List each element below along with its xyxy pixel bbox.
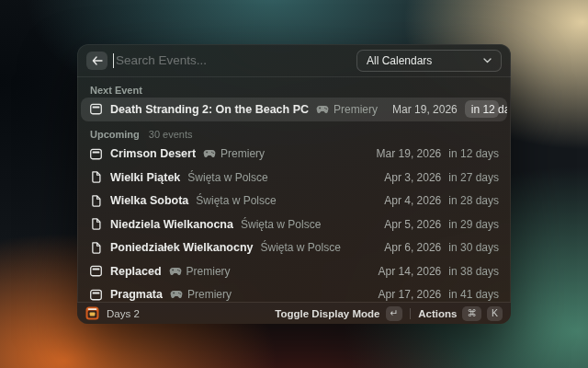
event-title: Death Stranding 2: On the Beach PC (110, 103, 309, 116)
section-header-next-event: Next Event (81, 82, 507, 98)
events-window: All Calendars Next Event Death Stranding… (77, 44, 511, 324)
enter-key-badge: ↵ (386, 306, 403, 321)
event-row[interactable]: Poniedziałek Wielkanocny Święta w Polsce… (81, 236, 507, 260)
event-row[interactable]: Crimson Desert Premiery Mar 19, 2026 in … (81, 143, 507, 167)
event-title: Replaced (110, 265, 162, 278)
event-title: Poniedziałek Wielkanocny (110, 241, 254, 254)
extension-title: Days 2 (107, 308, 140, 319)
document-icon (89, 241, 103, 255)
event-relative-days: in 12 days (465, 100, 499, 118)
cmd-key-badge: ⌘ (462, 306, 481, 321)
gamepad-icon (169, 267, 182, 276)
event-relative-days: in 30 days (448, 241, 499, 254)
event-date: Apr 14, 2026 (379, 265, 442, 278)
document-icon (89, 170, 103, 184)
calendar-icon (89, 102, 103, 116)
next-event-rows: Death Stranding 2: On the Beach PC Premi… (81, 98, 507, 121)
k-key-badge: K (487, 306, 503, 321)
calendar-icon (89, 288, 103, 302)
footer-bar: Days 2 Toggle Display Mode ↵ Actions ⌘ K (77, 302, 511, 324)
event-title: Wielki Piątek (110, 171, 180, 184)
event-relative-days: in 41 days (448, 288, 499, 301)
section-title: Upcoming (90, 129, 140, 140)
days-app-icon (85, 306, 99, 320)
toggle-display-mode-button[interactable]: Toggle Display Mode ↵ (275, 306, 402, 321)
event-tag: Święta w Polsce (261, 241, 341, 254)
arrow-left-icon (92, 56, 103, 65)
event-relative-days: in 27 days (448, 171, 499, 184)
search-input[interactable] (114, 53, 356, 67)
event-relative-days: in 28 days (448, 194, 499, 207)
event-row[interactable]: Death Stranding 2: On the Beach PC Premi… (81, 98, 507, 121)
gamepad-icon (316, 105, 329, 114)
event-title: Wielka Sobota (110, 194, 188, 207)
back-button[interactable] (86, 52, 107, 70)
event-row[interactable]: Wielki Piątek Święta w Polsce Apr 3, 202… (81, 166, 507, 190)
event-tag: Święta w Polsce (187, 171, 267, 184)
event-row[interactable]: Replaced Premiery Apr 14, 2026 in 38 day… (81, 259, 507, 283)
event-date: Mar 19, 2026 (392, 103, 458, 116)
document-icon (89, 194, 103, 208)
actions-button[interactable]: Actions ⌘ K (418, 306, 503, 321)
section-header-upcoming: Upcoming 30 events (81, 127, 507, 143)
footer-divider (410, 308, 411, 319)
chevron-down-icon (483, 58, 492, 63)
event-relative-days: in 29 days (448, 218, 499, 231)
event-tag: Święta w Polsce (241, 218, 321, 231)
event-date: Apr 17, 2026 (379, 288, 442, 301)
event-date: Apr 5, 2026 (384, 218, 441, 231)
event-tag: Premiery (169, 265, 231, 278)
event-relative-days: in 38 days (448, 265, 499, 278)
event-tag: Premiery (203, 147, 265, 160)
event-tag: Premiery (316, 103, 378, 116)
event-title: Pragmata (110, 288, 163, 301)
desktop-wallpaper: { "search": { "placeholder": "Search Eve… (0, 0, 588, 368)
section-title: Next Event (90, 85, 142, 96)
event-title: Niedziela Wielkanocna (110, 218, 233, 231)
event-row[interactable]: Niedziela Wielkanocna Święta w Polsce Ap… (81, 213, 507, 236)
event-tag: Premiery (170, 288, 232, 301)
event-date: Apr 3, 2026 (384, 171, 441, 184)
calendar-filter-value: All Calendars (367, 54, 476, 67)
search-header: All Calendars (77, 44, 511, 77)
gamepad-icon (203, 149, 216, 158)
events-list: Next Event Death Stranding 2: On the Bea… (81, 77, 507, 324)
event-row[interactable]: Wielka Sobota Święta w Polsce Apr 4, 202… (81, 190, 507, 213)
calendar-icon (89, 147, 103, 161)
event-title: Crimson Desert (110, 147, 196, 160)
section-count: 30 events (149, 129, 193, 140)
event-date: Apr 6, 2026 (384, 241, 441, 254)
event-date: Mar 19, 2026 (377, 147, 442, 160)
event-relative-days: in 12 days (448, 147, 499, 160)
calendar-filter-dropdown[interactable]: All Calendars (356, 50, 502, 72)
gamepad-icon (170, 290, 183, 299)
event-date: Apr 4, 2026 (384, 194, 441, 207)
event-tag: Święta w Polsce (196, 194, 276, 207)
document-icon (89, 217, 103, 231)
upcoming-rows: Crimson Desert Premiery Mar 19, 2026 in … (81, 143, 507, 307)
calendar-icon (89, 264, 103, 278)
